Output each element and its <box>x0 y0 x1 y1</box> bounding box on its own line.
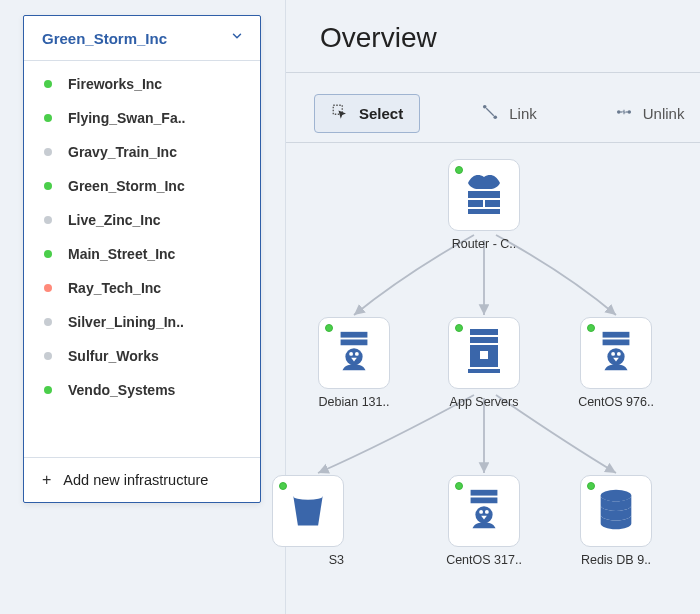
page-title: Overview <box>320 22 437 54</box>
select-button[interactable]: Select <box>314 94 420 133</box>
sidebar-item[interactable]: Fireworks_Inc <box>24 67 260 101</box>
svg-point-33 <box>479 510 483 514</box>
svg-point-5 <box>627 110 631 114</box>
node-s3[interactable]: S3 <box>266 475 350 567</box>
add-infrastructure-button[interactable]: + Add new infrastructure <box>24 457 260 502</box>
database-icon <box>593 486 639 536</box>
sidebar-item-label: Live_Zinc_Inc <box>68 212 161 228</box>
unlink-button[interactable]: Unlink <box>598 94 700 133</box>
status-dot <box>44 182 52 190</box>
node-redis[interactable]: Redis DB 9.. <box>574 475 658 567</box>
status-dot <box>455 166 463 174</box>
sidebar-item[interactable]: Main_Street_Inc <box>24 237 260 271</box>
svg-rect-31 <box>471 498 498 504</box>
svg-rect-15 <box>341 340 368 346</box>
link-label: Link <box>509 105 537 122</box>
svg-point-1 <box>483 105 487 109</box>
linux-server-icon <box>331 328 377 378</box>
select-icon <box>331 103 349 124</box>
sidebar-item-label: Ray_Tech_Inc <box>68 280 161 296</box>
unlink-icon <box>615 103 633 124</box>
sidebar-item[interactable]: Silver_Lining_In.. <box>24 305 260 339</box>
status-dot <box>325 324 333 332</box>
link-button[interactable]: Link <box>464 94 554 133</box>
sidebar-item[interactable]: Green_Storm_Inc <box>24 169 260 203</box>
sidebar-selected: Green_Storm_Inc <box>42 30 167 47</box>
svg-rect-10 <box>468 191 500 198</box>
svg-rect-11 <box>468 200 483 207</box>
svg-point-29 <box>293 493 322 500</box>
topology-canvas[interactable]: Router - C.. Debian 131.. App Servers <box>286 143 700 614</box>
add-infrastructure-label: Add new infrastructure <box>63 472 208 488</box>
status-dot <box>44 216 52 224</box>
node-label: S3 <box>266 553 350 567</box>
unlink-label: Unlink <box>643 105 685 122</box>
sidebar-item[interactable]: Flying_Swan_Fa.. <box>24 101 260 135</box>
svg-line-3 <box>486 108 494 116</box>
status-dot <box>44 80 52 88</box>
node-label: Debian 131.. <box>312 395 396 409</box>
svg-rect-23 <box>468 369 500 373</box>
select-label: Select <box>359 105 403 122</box>
status-dot <box>44 250 52 258</box>
status-dot <box>44 352 52 360</box>
svg-rect-14 <box>341 332 368 338</box>
svg-rect-12 <box>485 200 500 207</box>
svg-point-2 <box>494 115 498 119</box>
sidebar-item[interactable]: Ray_Tech_Inc <box>24 271 260 305</box>
main-panel: Overview Select Link Unlink <box>285 0 700 614</box>
sidebar-dropdown[interactable]: Green_Storm_Inc <box>24 16 260 61</box>
toolbar: Select Link Unlink <box>314 94 700 133</box>
node-label: CentOS 976.. <box>574 395 658 409</box>
status-dot <box>44 318 52 326</box>
status-dot <box>587 482 595 490</box>
svg-rect-13 <box>468 209 500 214</box>
status-dot <box>279 482 287 490</box>
svg-point-34 <box>485 510 489 514</box>
node-app-servers[interactable]: App Servers <box>442 317 526 409</box>
svg-rect-22 <box>480 351 488 359</box>
node-centos-317[interactable]: CentOS 317.. <box>442 475 526 567</box>
node-label: Redis DB 9.. <box>574 553 658 567</box>
node-label: Router - C.. <box>442 237 526 251</box>
svg-rect-30 <box>471 490 498 496</box>
node-label: CentOS 317.. <box>442 553 526 567</box>
sidebar-item-label: Fireworks_Inc <box>68 76 162 92</box>
sidebar-item-label: Green_Storm_Inc <box>68 178 185 194</box>
svg-rect-20 <box>470 337 498 343</box>
svg-rect-25 <box>603 340 630 346</box>
link-icon <box>481 103 499 124</box>
svg-point-18 <box>355 352 359 356</box>
svg-point-32 <box>475 506 492 523</box>
sidebar-list: Fireworks_Inc Flying_Swan_Fa.. Gravy_Tra… <box>24 61 260 417</box>
status-dot <box>44 284 52 292</box>
svg-rect-19 <box>470 329 498 335</box>
sidebar-item[interactable]: Live_Zinc_Inc <box>24 203 260 237</box>
svg-rect-24 <box>603 332 630 338</box>
sidebar-item[interactable]: Gravy_Train_Inc <box>24 135 260 169</box>
status-dot <box>455 482 463 490</box>
sidebar-item[interactable]: Sulfur_Works <box>24 339 260 373</box>
sidebar-item-label: Flying_Swan_Fa.. <box>68 110 185 126</box>
node-label: App Servers <box>442 395 526 409</box>
svg-point-4 <box>617 110 621 114</box>
svg-point-28 <box>617 352 621 356</box>
sidebar-item-label: Main_Street_Inc <box>68 246 175 262</box>
status-dot <box>587 324 595 332</box>
linux-server-icon <box>593 328 639 378</box>
status-dot <box>44 148 52 156</box>
status-dot <box>44 114 52 122</box>
sidebar-item-label: Silver_Lining_In.. <box>68 314 184 330</box>
sidebar-item-label: Vendo_Systems <box>68 382 175 398</box>
node-debian[interactable]: Debian 131.. <box>312 317 396 409</box>
node-centos-976[interactable]: CentOS 976.. <box>574 317 658 409</box>
svg-point-16 <box>345 348 362 365</box>
svg-point-35 <box>601 490 632 502</box>
linux-server-icon <box>461 486 507 536</box>
sidebar-item-label: Gravy_Train_Inc <box>68 144 177 160</box>
server-icon <box>462 327 506 379</box>
node-router[interactable]: Router - C.. <box>442 159 526 251</box>
bucket-icon <box>286 487 330 535</box>
status-dot <box>455 324 463 332</box>
sidebar-item[interactable]: Vendo_Systems <box>24 373 260 407</box>
